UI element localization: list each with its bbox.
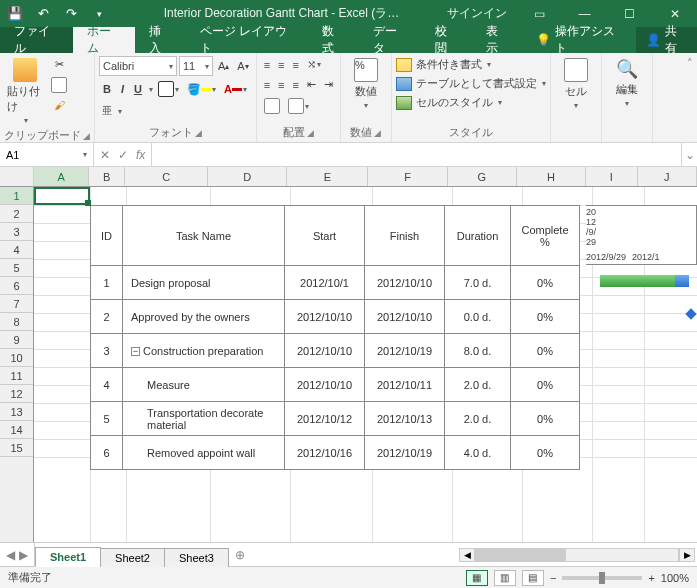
tab-home[interactable]: ホーム [73, 27, 135, 53]
align-left-button[interactable]: ≡ [261, 77, 273, 93]
column-header-E[interactable]: E [287, 167, 368, 186]
font-size-select[interactable]: 11▾ [179, 56, 213, 76]
font-color-button[interactable]: A▾ [221, 81, 250, 97]
sheet-tab-3[interactable]: Sheet3 [164, 548, 229, 567]
alignment-launcher-icon[interactable]: ◢ [307, 128, 314, 138]
accept-formula-icon[interactable]: ✓ [118, 148, 128, 162]
zoom-level[interactable]: 100% [661, 572, 689, 584]
save-icon[interactable]: 💾 [4, 3, 26, 25]
scroll-thumb[interactable] [476, 549, 566, 561]
fill-color-button[interactable]: 🪣▾ [184, 81, 219, 98]
table-row[interactable]: 1Design proposal2012/10/12012/10/107.0 d… [91, 266, 580, 300]
row-header-2[interactable]: 2 [0, 205, 33, 223]
italic-button[interactable]: I [117, 81, 128, 97]
borders-button[interactable]: ▾ [155, 79, 182, 99]
cells-button[interactable]: セル ▾ [555, 56, 597, 112]
zoom-in-button[interactable]: + [648, 572, 654, 584]
tab-review[interactable]: 校閲 [421, 27, 472, 53]
format-painter-button[interactable]: 🖌 [48, 97, 70, 113]
page-layout-view-button[interactable]: ▥ [494, 570, 516, 586]
row-header-11[interactable]: 11 [0, 367, 33, 385]
row-header-1[interactable]: 1 [0, 187, 33, 205]
font-launcher-icon[interactable]: ◢ [195, 128, 202, 138]
column-header-G[interactable]: G [448, 167, 517, 186]
tab-view[interactable]: 表示 [472, 27, 523, 53]
column-header-I[interactable]: I [586, 167, 637, 186]
column-header-A[interactable]: A [34, 167, 89, 186]
tab-data[interactable]: データ [359, 27, 421, 53]
expand-formula-icon[interactable]: ⌄ [681, 143, 697, 166]
share-button[interactable]: 👤共有 [636, 27, 697, 53]
row-header-8[interactable]: 8 [0, 313, 33, 331]
fill-handle[interactable] [85, 200, 91, 206]
conditional-format-button[interactable]: 条件付き書式▾ [396, 56, 491, 73]
sheet-tab-2[interactable]: Sheet2 [100, 548, 165, 567]
copy-button[interactable] [48, 75, 70, 95]
tab-page-layout[interactable]: ページ レイアウト [186, 27, 308, 53]
scroll-track[interactable] [475, 548, 679, 562]
align-center-button[interactable]: ≡ [275, 77, 287, 93]
align-bottom-button[interactable]: ≡ [290, 57, 302, 73]
row-header-7[interactable]: 7 [0, 295, 33, 313]
table-row[interactable]: 3−Construction preparation2012/10/102012… [91, 334, 580, 368]
expander-icon[interactable]: − [131, 347, 140, 356]
add-sheet-button[interactable]: ⊕ [228, 543, 252, 566]
bold-button[interactable]: B [99, 81, 115, 97]
align-middle-button[interactable]: ≡ [275, 57, 287, 73]
wrap-text-button[interactable] [261, 96, 283, 116]
table-row[interactable]: 4Measure2012/10/102012/10/112.0 d.0% [91, 368, 580, 402]
redo-icon[interactable]: ↷ [60, 3, 82, 25]
row-header-9[interactable]: 9 [0, 331, 33, 349]
scroll-left-icon[interactable]: ◀ [459, 548, 475, 562]
row-header-12[interactable]: 12 [0, 385, 33, 403]
table-row[interactable]: 5Transportation decorate material2012/10… [91, 402, 580, 436]
align-top-button[interactable]: ≡ [261, 57, 273, 73]
table-row[interactable]: 6Removed appoint wall2012/10/162012/10/1… [91, 436, 580, 470]
column-header-H[interactable]: H [517, 167, 586, 186]
tab-tell-me[interactable]: 💡操作アシスト [522, 27, 636, 53]
collapse-ribbon-icon[interactable]: ˄ [683, 53, 697, 142]
column-header-B[interactable]: B [89, 167, 125, 186]
increase-font-button[interactable]: A▴ [215, 58, 232, 74]
scroll-right-icon[interactable]: ▶ [679, 548, 695, 562]
row-header-15[interactable]: 15 [0, 439, 33, 457]
formula-input[interactable] [152, 143, 681, 166]
clipboard-launcher-icon[interactable]: ◢ [83, 131, 90, 141]
horizontal-scrollbar[interactable]: ◀ ▶ [457, 543, 697, 566]
row-header-5[interactable]: 5 [0, 259, 33, 277]
fx-icon[interactable]: fx [136, 148, 145, 162]
font-family-select[interactable]: Calibri▾ [99, 56, 177, 76]
row-header-14[interactable]: 14 [0, 421, 33, 439]
row-header-10[interactable]: 10 [0, 349, 33, 367]
align-right-button[interactable]: ≡ [290, 77, 302, 93]
cells-area[interactable]: ID Task Name Start Finish Duration Compl… [34, 187, 697, 542]
undo-icon[interactable]: ↶ [32, 3, 54, 25]
sign-in-link[interactable]: サインイン [437, 5, 517, 22]
format-as-table-button[interactable]: テーブルとして書式設定▾ [396, 75, 546, 92]
merge-button[interactable]: ▾ [285, 96, 312, 116]
paste-button[interactable]: 貼り付け ▾ [4, 56, 46, 127]
orientation-button[interactable]: ⤭▾ [304, 56, 324, 73]
decrease-indent-button[interactable]: ⇤ [304, 76, 319, 93]
zoom-slider[interactable] [562, 576, 642, 580]
tab-file[interactable]: ファイル [0, 27, 73, 53]
sheet-prev-icon[interactable]: ◀ [6, 548, 15, 562]
number-launcher-icon[interactable]: ◢ [374, 128, 381, 138]
sheet-tab-1[interactable]: Sheet1 [35, 547, 101, 567]
select-all-corner[interactable] [0, 167, 34, 187]
normal-view-button[interactable]: ▦ [466, 570, 488, 586]
sheet-next-icon[interactable]: ▶ [19, 548, 28, 562]
table-row[interactable]: 2Approved by the owners2012/10/102012/10… [91, 300, 580, 334]
row-header-4[interactable]: 4 [0, 241, 33, 259]
zoom-out-button[interactable]: − [550, 572, 556, 584]
decrease-font-button[interactable]: A▾ [234, 58, 251, 74]
tab-insert[interactable]: 挿入 [135, 27, 186, 53]
zoom-thumb[interactable] [599, 572, 605, 584]
number-format-button[interactable]: % 数値 ▾ [345, 56, 387, 112]
qat-customize-icon[interactable]: ▾ [88, 3, 110, 25]
selected-cell[interactable] [34, 187, 90, 205]
cancel-formula-icon[interactable]: ✕ [100, 148, 110, 162]
underline-button[interactable]: U [130, 81, 146, 97]
page-break-view-button[interactable]: ▤ [522, 570, 544, 586]
editing-button[interactable]: 🔍 編集 ▾ [606, 56, 648, 110]
